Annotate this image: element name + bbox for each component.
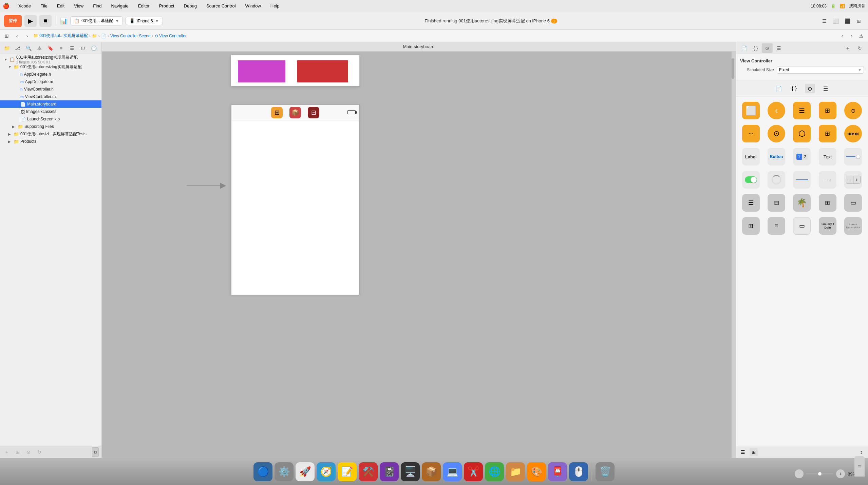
sidebar-item-supporting-files[interactable]: ▶ 📁 Supporting Files (0, 123, 101, 130)
dock-app1[interactable]: 📦 (422, 462, 441, 481)
inspector-add-icon[interactable]: + (842, 43, 853, 53)
obj-type-code-icon[interactable]: { } (789, 84, 799, 93)
inspector-more-icon[interactable]: ↻ (854, 43, 865, 53)
obj-numpad[interactable]: ⊞ (815, 123, 839, 144)
dock-terminal[interactable]: 🖥️ (401, 462, 420, 481)
sidebar-search-icon[interactable]: 🔍 (24, 44, 33, 52)
sidebar-item-viewcontroller-m[interactable]: m ViewController.m (0, 93, 101, 100)
obj-grouped-table[interactable]: ⊟ (764, 192, 788, 214)
sidebar-settings-button[interactable]: ⊙ (24, 448, 33, 456)
sidebar-share-button[interactable]: ↻ (35, 448, 43, 456)
nav-icons-button[interactable]: ⊞ (3, 32, 11, 40)
sidebar-item-main-storyboard[interactable]: 📄 Main.storyboard (0, 100, 101, 108)
warning-nav-button[interactable]: ⚠ (857, 32, 865, 40)
obj-grid2[interactable]: ⊞ (815, 192, 839, 214)
inspector-file-icon[interactable]: 📄 (739, 43, 750, 53)
obj-3dbox[interactable]: ⬡ (790, 123, 814, 144)
obj-type-circle-icon[interactable]: ⊙ (805, 84, 815, 93)
layout-button[interactable]: ⊞ (854, 16, 864, 26)
obj-palm[interactable]: 🌴 (790, 192, 814, 214)
menu-help[interactable]: Help (268, 3, 282, 9)
sidebar-filter-button[interactable]: ⊞ (14, 448, 22, 456)
simulated-size-dropdown[interactable]: Fixed ▼ (777, 66, 864, 74)
menu-product[interactable]: Product (157, 3, 176, 9)
forward-nav-button[interactable]: › (848, 32, 856, 40)
sidebar-item-viewcontroller-h[interactable]: h ViewController.h (0, 85, 101, 93)
debug-toggle-button[interactable]: ⬛ (842, 16, 852, 26)
menu-edit[interactable]: Edit (55, 3, 67, 9)
menu-file[interactable]: File (38, 3, 50, 9)
obj-tableview[interactable]: ☰ (790, 100, 814, 121)
scrollbar-thumb[interactable] (732, 58, 734, 79)
breadcrumb-file[interactable]: 📄 (101, 34, 106, 38)
collapse-button[interactable]: ◻ (92, 447, 99, 457)
obj-line[interactable] (790, 169, 814, 191)
obj-lorem[interactable]: Lorem ipsum dolor (841, 215, 865, 237)
sidebar-git-icon[interactable]: ⎇ (14, 44, 22, 52)
zoom-in-button[interactable]: + (836, 469, 845, 478)
dock-app4[interactable]: 🌐 (485, 462, 504, 481)
sidebar-item-tests[interactable]: ▶ 📁 001使用autosizi...实现屏幕适配Tests (0, 130, 101, 138)
pause-button[interactable]: 暂停 (4, 15, 22, 27)
obj-multicol[interactable]: ⊞ (739, 215, 763, 237)
obj-picker[interactable]: ⊙ (764, 123, 788, 144)
inspector-code-icon[interactable]: { } (750, 43, 761, 53)
sidebar-list-icon[interactable]: ☰ (68, 44, 76, 52)
obj-chevron[interactable]: ‹ (764, 100, 788, 121)
sidebar-item-images[interactable]: 🖼 Images.xcassets (0, 108, 101, 115)
sidebar-item-appdelegate-m[interactable]: m AppDelegate.m (0, 78, 101, 85)
obj-segmented[interactable]: 12 (790, 146, 814, 168)
obj-label[interactable]: Label (739, 146, 763, 168)
add-file-button[interactable]: + (3, 448, 11, 456)
breadcrumb-scene[interactable]: View Controller Scene (110, 34, 151, 38)
dock-onenote[interactable]: 📓 (380, 462, 399, 481)
dock-app3[interactable]: ✂️ (464, 462, 483, 481)
obj-button[interactable]: Button (764, 146, 788, 168)
inspector-identity-icon[interactable]: ☰ (773, 43, 784, 53)
menu-view[interactable]: View (72, 3, 86, 9)
sidebar-item-products[interactable]: ▶ 📁 Products (0, 138, 101, 145)
dock-filezilla[interactable]: 📁 (506, 462, 525, 481)
stop-button[interactable]: ■ (39, 15, 52, 27)
obj-textfield[interactable]: Text (815, 146, 839, 168)
dock-settings[interactable]: ⚙️ (275, 462, 294, 481)
obj-master[interactable]: ≡ (764, 215, 788, 237)
obj-plain[interactable]: ▭ (841, 192, 865, 214)
menu-editor[interactable]: Editor (136, 3, 152, 9)
dock-app5[interactable]: 🎨 (527, 462, 546, 481)
dock-app2[interactable]: 💻 (443, 462, 462, 481)
back-button[interactable]: ‹ (13, 32, 21, 40)
sidebar-item-appdelegate-h[interactable]: h AppDelegate.h (0, 71, 101, 78)
panel-handle[interactable]: ||| (854, 456, 865, 477)
zoom-slider[interactable] (806, 473, 833, 474)
dock-xcode[interactable]: ⚒️ (359, 462, 378, 481)
obj-frame-layout[interactable]: ⬜ (739, 100, 763, 121)
obj-type-table-icon[interactable]: ☰ (820, 84, 831, 93)
obj-tabbar[interactable]: ··· (739, 123, 763, 144)
sidebar-bookmark-icon[interactable]: 🔖 (46, 44, 54, 52)
device-frame-2[interactable]: ⊞ 📦 ⊟ (231, 104, 360, 294)
sidebar-tag-icon[interactable]: 🏷 (79, 44, 87, 52)
forward-button[interactable]: › (23, 32, 31, 40)
sidebar-folder-icon[interactable]: 📁 (3, 44, 11, 52)
menu-debug[interactable]: Debug (182, 3, 199, 9)
dock-safari[interactable]: 🧭 (317, 462, 336, 481)
dock-trash[interactable]: 🗑️ (596, 462, 615, 481)
obj-slider[interactable] (841, 146, 865, 168)
sidebar-history-icon[interactable]: 🕐 (90, 44, 98, 52)
breadcrumb-controller[interactable]: ⊙ View Controller (155, 34, 187, 38)
navigator-toggle-button[interactable]: ☰ (819, 16, 829, 26)
library-scroll-button[interactable]: ↕ (857, 448, 865, 456)
sidebar-item-project[interactable]: ▼ 📋 001使用autoresizing实现屏幕适配 2 targets, i… (0, 56, 101, 63)
sidebar-filter-icon[interactable]: ≡ (57, 44, 65, 52)
obj-spinner[interactable] (764, 169, 788, 191)
obj-type-file-icon[interactable]: 📄 (774, 84, 784, 93)
library-grid-view-button[interactable]: ⊞ (750, 448, 758, 456)
canvas-content[interactable]: ▶ ⊞ 📦 ⊟ (102, 52, 736, 458)
apple-menu[interactable]: 🍎 (3, 3, 10, 9)
obj-stepper[interactable]: − + (841, 169, 865, 191)
library-list-view-button[interactable]: ☰ (739, 448, 747, 456)
obj-pagecontrol[interactable]: ⊙ (841, 100, 865, 121)
obj-collection[interactable]: ⊞ (815, 100, 839, 121)
menu-xcode[interactable]: Xcode (16, 3, 33, 9)
